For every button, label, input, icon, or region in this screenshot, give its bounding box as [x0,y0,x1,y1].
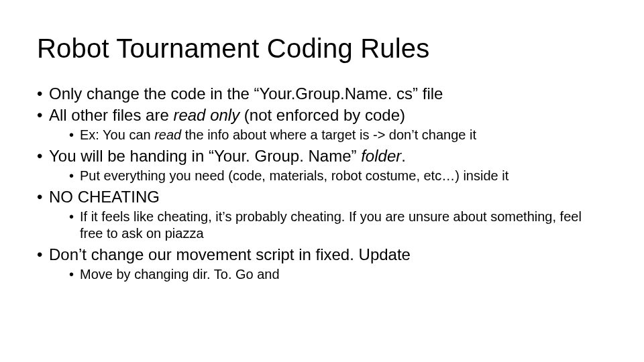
sub-bullet-text: Move by changing dir. To. Go and [80,267,280,282]
sub-bullet-text: If it feels like cheating, it’s probably… [80,209,582,241]
emphasis-text: read only [173,106,239,124]
sub-bullet-list: If it feels like cheating, it’s probably… [49,208,607,242]
bullet-text: All other files are [49,106,173,124]
bullet-text: NO CHEATING [49,188,160,206]
sub-bullet-list: Ex: You can read the info about where a … [49,127,607,143]
sub-bullet-text: Put everything you need (code, materials… [80,168,508,183]
bullet-item: NO CHEATING If it feels like cheating, i… [37,187,607,242]
sub-bullet-list: Put everything you need (code, materials… [49,168,607,184]
emphasis-text: folder [361,147,401,165]
bullet-text: (not enforced by code) [239,106,405,124]
slide-title: Robot Tournament Coding Rules [37,34,607,64]
sub-bullet-text: Ex: You can [80,127,154,142]
bullet-text: . [401,147,406,165]
bullet-item: Only change the code in the “Your.Group.… [37,84,607,104]
slide: Robot Tournament Coding Rules Only chang… [0,0,644,362]
bullet-text: Only change the code in the “Your.Group.… [49,84,443,103]
bullet-list: Only change the code in the “Your.Group.… [37,84,607,283]
emphasis-text: read [154,127,181,142]
bullet-item: You will be handing in “Your. Group. Nam… [37,146,607,184]
bullet-text: Don’t change our movement script in fixe… [49,245,411,263]
bullet-item: Don’t change our movement script in fixe… [37,245,607,283]
sub-bullet-item: Ex: You can read the info about where a … [69,127,607,143]
sub-bullet-text: the info about where a target is -> don’… [181,127,476,142]
sub-bullet-item: Put everything you need (code, materials… [69,168,607,184]
bullet-text: You will be handing in “Your. Group. Nam… [49,147,361,165]
sub-bullet-item: Move by changing dir. To. Go and [69,266,607,283]
sub-bullet-list: Move by changing dir. To. Go and [49,266,607,283]
sub-bullet-item: If it feels like cheating, it’s probably… [69,208,607,242]
bullet-item: All other files are read only (not enfor… [37,105,607,143]
